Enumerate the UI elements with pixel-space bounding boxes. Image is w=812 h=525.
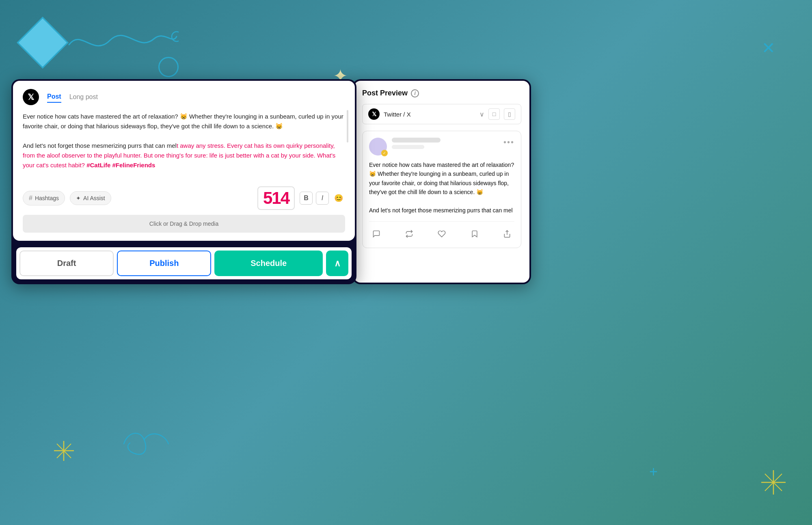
preview-panel: Post Preview i 𝕏 Twitter / X ∨ □ ▯ bbox=[352, 79, 531, 284]
twitter-x-icon: 𝕏 bbox=[368, 108, 380, 120]
editor-tabs: 𝕏 Post Long post bbox=[23, 89, 345, 105]
comment-action[interactable] bbox=[369, 227, 384, 241]
chevron-down-icon: ∨ bbox=[479, 110, 484, 118]
verified-badge: ✓ bbox=[381, 150, 388, 156]
svg-line-4 bbox=[765, 474, 782, 491]
post-text-normal: Ever notice how cats have mastered the a… bbox=[23, 113, 343, 130]
ai-icon: ✦ bbox=[76, 195, 81, 201]
post-preview-card: ✓ ••• Ever notice how cats have mastered… bbox=[362, 131, 521, 248]
svg-point-0 bbox=[172, 32, 179, 41]
preview-title: Post Preview bbox=[362, 89, 408, 97]
post-options-button[interactable]: ••• bbox=[503, 138, 514, 147]
italic-button[interactable]: I bbox=[316, 192, 329, 205]
preview-name-block bbox=[392, 138, 499, 149]
comment-icon: □ bbox=[492, 111, 496, 117]
platform-selector[interactable]: 𝕏 Twitter / X ∨ □ ▯ bbox=[362, 104, 521, 124]
x-decoration: ✕ bbox=[762, 39, 775, 57]
info-icon-text: i bbox=[414, 91, 415, 96]
hashtags-label: Hashtags bbox=[35, 195, 59, 201]
loop-decoration bbox=[120, 428, 173, 458]
bookmark-action[interactable] bbox=[467, 227, 482, 241]
preview-handle-placeholder bbox=[392, 145, 424, 149]
char-count: 514 bbox=[257, 186, 295, 210]
preview-actions bbox=[369, 221, 514, 241]
media-upload-area[interactable]: Click or Drag & Drop media bbox=[23, 215, 345, 233]
platform-selector-right: ∨ □ ▯ bbox=[479, 108, 515, 120]
info-icon[interactable]: i bbox=[411, 89, 419, 97]
platform-selector-left: 𝕏 Twitter / X bbox=[368, 108, 411, 120]
diamond-decoration bbox=[17, 17, 68, 68]
preview-user-row: ✓ ••• bbox=[369, 138, 514, 156]
preview-post-text: Ever notice how cats have mastered the a… bbox=[369, 160, 514, 215]
editor-panel: 𝕏 Post Long post Ever notice how cats ha… bbox=[11, 79, 356, 284]
preview-name-placeholder bbox=[392, 138, 441, 143]
post-text-hashtags: #CatLife #FelineFriends bbox=[86, 162, 155, 169]
mobile-icon: ▯ bbox=[508, 111, 511, 117]
hashtags-button[interactable]: # Hashtags bbox=[23, 191, 65, 205]
editor-inner: 𝕏 Post Long post Ever notice how cats ha… bbox=[13, 81, 355, 241]
svg-line-7 bbox=[57, 444, 71, 458]
svg-line-3 bbox=[765, 474, 782, 491]
emoji-button[interactable]: 😊 bbox=[332, 192, 345, 205]
star-bottom-left-decoration bbox=[53, 440, 75, 462]
expand-button[interactable]: ∧ bbox=[326, 251, 348, 276]
star-bottom-right-decoration bbox=[759, 468, 788, 497]
plus-decoration: + bbox=[649, 463, 658, 480]
schedule-button[interactable]: Schedule bbox=[214, 251, 323, 276]
circle-decoration bbox=[158, 57, 179, 77]
tab-long-post[interactable]: Long post bbox=[69, 92, 98, 102]
like-action[interactable] bbox=[434, 227, 449, 241]
bold-button[interactable]: B bbox=[300, 192, 313, 205]
repost-action[interactable] bbox=[402, 227, 417, 241]
chevron-up-icon: ∧ bbox=[334, 258, 341, 269]
preview-header: Post Preview i bbox=[362, 89, 521, 97]
preview-avatar: ✓ bbox=[369, 138, 387, 156]
editor-content: 𝕏 Post Long post Ever notice how cats ha… bbox=[13, 81, 355, 241]
post-text-prefix: And let's not forget those mesmerizing p… bbox=[23, 142, 177, 149]
action-buttons-inner: Draft Publish Schedule ∧ bbox=[16, 247, 352, 279]
squiggle-decoration bbox=[65, 20, 179, 65]
publish-button[interactable]: Publish bbox=[117, 251, 211, 276]
desktop-view-icon[interactable]: □ bbox=[488, 108, 500, 120]
ai-assist-button[interactable]: ✦ AI Assist bbox=[70, 191, 111, 205]
preview-inner: Post Preview i 𝕏 Twitter / X ∨ □ ▯ bbox=[354, 81, 529, 283]
svg-line-8 bbox=[57, 444, 71, 458]
main-container: 𝕏 Post Long post Ever notice how cats ha… bbox=[11, 79, 801, 284]
ai-assist-label: AI Assist bbox=[83, 195, 105, 201]
draft-button[interactable]: Draft bbox=[19, 251, 114, 276]
mobile-view-icon[interactable]: ▯ bbox=[504, 108, 515, 120]
hash-icon: # bbox=[29, 194, 32, 202]
post-text-area[interactable]: Ever notice how cats have mastered the a… bbox=[23, 112, 345, 177]
format-buttons: B I 😊 bbox=[300, 192, 345, 205]
editor-toolbar: # Hashtags ✦ AI Assist 514 B I 😊 bbox=[23, 183, 345, 210]
platform-icon: 𝕏 bbox=[23, 89, 39, 105]
action-buttons-container: Draft Publish Schedule ∧ bbox=[13, 241, 355, 283]
platform-name: Twitter / X bbox=[384, 111, 411, 118]
share-action[interactable] bbox=[500, 227, 514, 241]
tab-post[interactable]: Post bbox=[47, 91, 61, 103]
